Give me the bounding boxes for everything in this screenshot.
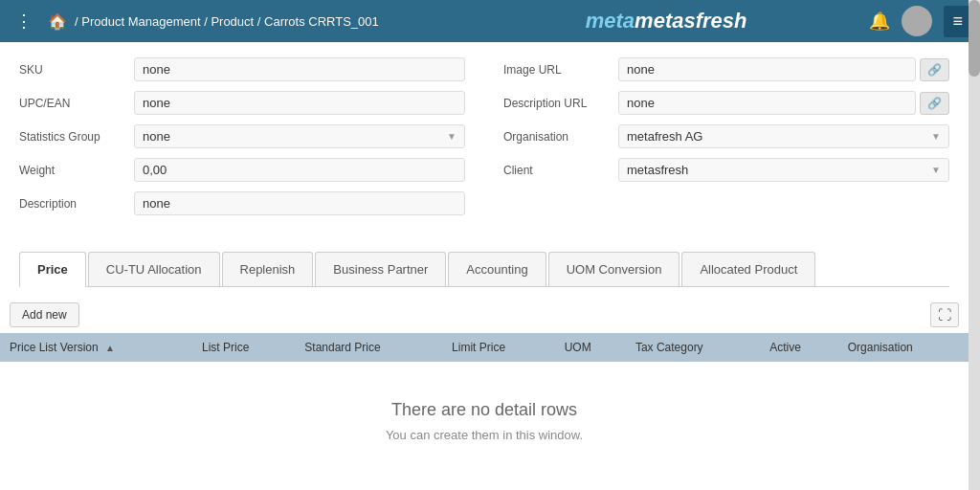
upc-label: UPC/EAN xyxy=(19,97,134,110)
image-url-field: none 🔗 xyxy=(618,57,949,81)
organisation-row: Organisation metafresh AG xyxy=(503,124,949,148)
weight-label: Weight xyxy=(19,164,134,177)
image-url-link-button[interactable]: 🔗 xyxy=(920,58,949,81)
col-organisation: Organisation xyxy=(838,333,969,362)
sort-icon: ▲ xyxy=(105,343,115,353)
tab-price[interactable]: Price xyxy=(19,252,86,287)
breadcrumb-part3[interactable]: Carrots CRRTS_001 xyxy=(264,14,379,29)
statistics-row: Statistics Group none xyxy=(19,124,465,148)
tabs: Price CU-TU Allocation Replenish Busines… xyxy=(19,252,949,287)
form-section: SKU none UPC/EAN none Statistics Group n… xyxy=(0,42,969,287)
form-left: SKU none UPC/EAN none Statistics Group n… xyxy=(19,57,465,225)
organisation-dropdown[interactable]: metafresh AG xyxy=(618,124,949,148)
menu-dots-icon[interactable]: ⋮ xyxy=(8,7,40,35)
image-url-input[interactable]: none xyxy=(618,57,916,81)
breadcrumb: / Product Management / Product / Carrots… xyxy=(75,14,464,29)
empty-state: There are no detail rows You can create … xyxy=(0,362,969,480)
description-url-row: Description URL none 🔗 xyxy=(503,91,949,115)
statistics-label: Statistics Group xyxy=(19,130,134,144)
breadcrumb-part2[interactable]: Product xyxy=(211,14,254,29)
description-label: Description xyxy=(19,197,134,211)
avatar[interactable] xyxy=(902,6,932,36)
upc-row: UPC/EAN none xyxy=(19,91,465,115)
header-icons: 🔔 ≡ xyxy=(869,6,973,37)
tab-replenish[interactable]: Replenish xyxy=(222,252,314,286)
tab-allocated-product[interactable]: Allocated Product xyxy=(681,252,815,286)
description-input[interactable]: none xyxy=(134,191,465,215)
weight-input[interactable]: 0,00 xyxy=(134,158,465,182)
col-limit-price: Limit Price xyxy=(442,333,555,362)
client-row: Client metasfresh xyxy=(503,158,949,182)
client-dropdown[interactable]: metasfresh xyxy=(618,158,949,182)
empty-state-subtitle: You can create them in this window. xyxy=(19,428,949,442)
expand-button[interactable]: ⛶ xyxy=(930,302,959,327)
breadcrumb-part1[interactable]: Product Management xyxy=(81,14,200,29)
home-icon[interactable]: 🏠 xyxy=(48,12,67,31)
weight-row: Weight 0,00 xyxy=(19,158,465,182)
upc-input[interactable]: none xyxy=(134,91,465,115)
tab-cu-tu-allocation[interactable]: CU-TU Allocation xyxy=(88,252,220,286)
breadcrumb-separator3: / xyxy=(257,14,264,29)
add-new-button[interactable]: Add new xyxy=(10,302,79,327)
image-url-row: Image URL none 🔗 xyxy=(503,57,949,81)
client-label: Client xyxy=(503,164,618,177)
description-url-field: none 🔗 xyxy=(618,91,949,115)
col-standard-price: Standard Price xyxy=(295,333,442,362)
table-section: Add new ⛶ Price List Version ▲ List Pric… xyxy=(0,287,969,490)
table-header-row: Price List Version ▲ List Price Standard… xyxy=(0,333,969,362)
tab-business-partner[interactable]: Business Partner xyxy=(315,252,446,286)
empty-state-title: There are no detail rows xyxy=(19,400,949,420)
sku-input[interactable]: none xyxy=(134,57,465,81)
description-url-link-button[interactable]: 🔗 xyxy=(920,92,949,115)
col-list-price: List Price xyxy=(192,333,295,362)
col-price-list-version[interactable]: Price List Version ▲ xyxy=(0,333,192,362)
image-url-label: Image URL xyxy=(503,63,618,77)
sku-row: SKU none xyxy=(19,57,465,81)
description-url-label: Description URL xyxy=(503,97,618,110)
col-active: Active xyxy=(760,333,838,362)
scrollbar-thumb[interactable] xyxy=(969,0,980,77)
table-toolbar: Add new ⛶ xyxy=(0,297,969,333)
tab-accounting[interactable]: Accounting xyxy=(448,252,546,286)
scrollbar[interactable] xyxy=(969,0,980,490)
form-right: Image URL none 🔗 Description URL none 🔗 xyxy=(503,57,949,225)
tab-uom-conversion[interactable]: UOM Conversion xyxy=(548,252,680,286)
col-uom: UOM xyxy=(555,333,626,362)
description-url-input[interactable]: none xyxy=(618,91,916,115)
notification-bell-icon[interactable]: 🔔 xyxy=(869,11,890,32)
organisation-label: Organisation xyxy=(503,130,618,144)
empty-state-row: There are no detail rows You can create … xyxy=(0,362,969,480)
sku-label: SKU xyxy=(19,63,134,77)
app-logo: metametasfresh xyxy=(472,9,861,33)
col-tax-category: Tax Category xyxy=(626,333,760,362)
price-table: Price List Version ▲ List Price Standard… xyxy=(0,333,969,480)
header: ⋮ 🏠 / Product Management / Product / Car… xyxy=(0,0,980,42)
description-row: Description none xyxy=(19,191,465,215)
statistics-dropdown[interactable]: none xyxy=(134,124,465,148)
